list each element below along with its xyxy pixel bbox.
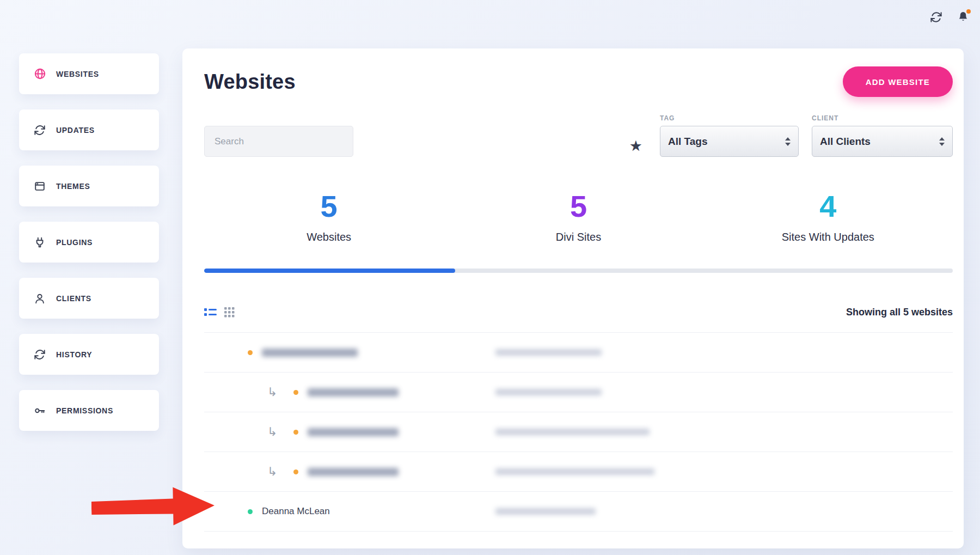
search-input[interactable] bbox=[204, 126, 353, 157]
site-name: Deanna McLean bbox=[262, 506, 330, 517]
annotation-arrow bbox=[91, 485, 217, 530]
add-website-button[interactable]: ADD WEBSITE bbox=[843, 66, 953, 97]
client-filter-label: CLIENT bbox=[812, 114, 953, 122]
list-view-icon bbox=[204, 308, 217, 317]
grid-view-toggle[interactable] bbox=[224, 307, 235, 318]
sidebar-item-label: PLUGINS bbox=[56, 238, 93, 247]
status-dot bbox=[248, 350, 253, 355]
stat-value: 5 bbox=[454, 191, 703, 222]
client-filter-value: All Clients bbox=[820, 136, 871, 148]
tag-filter-select[interactable]: All Tags bbox=[660, 126, 799, 157]
status-dot bbox=[248, 509, 253, 514]
tag-filter-label: TAG bbox=[660, 114, 799, 122]
client-filter-select[interactable]: All Clients bbox=[812, 126, 953, 157]
stats-row: 5 Websites 5 Divi Sites 4 Sites With Upd… bbox=[204, 191, 953, 243]
refresh-icon bbox=[33, 124, 46, 137]
sidebar-item-label: THEMES bbox=[56, 182, 90, 191]
favorites-star-icon[interactable]: ★ bbox=[629, 139, 642, 154]
key-icon bbox=[33, 404, 46, 417]
select-arrows-icon bbox=[785, 137, 791, 146]
website-row-child[interactable]: ↳ bbox=[204, 412, 953, 452]
sidebar-item-clients[interactable]: CLIENTS bbox=[19, 278, 159, 319]
sidebar-item-themes[interactable]: THEMES bbox=[19, 166, 159, 206]
website-row[interactable] bbox=[204, 333, 953, 373]
history-icon bbox=[33, 348, 46, 361]
sidebar-item-permissions[interactable]: PERMISSIONS bbox=[19, 390, 159, 431]
sidebar: WEBSITES UPDATES THEMES bbox=[19, 53, 159, 446]
view-toggles bbox=[204, 307, 235, 318]
redacted-site-url bbox=[495, 508, 596, 515]
globe-icon bbox=[33, 68, 46, 81]
redacted-site-name bbox=[308, 428, 399, 436]
person-icon bbox=[33, 292, 46, 305]
subsite-arrow-icon: ↳ bbox=[265, 425, 279, 439]
sidebar-item-label: UPDATES bbox=[56, 126, 95, 135]
redacted-site-url bbox=[495, 389, 602, 395]
redacted-site-name bbox=[262, 349, 358, 357]
tag-filter-group: TAG All Tags bbox=[660, 114, 799, 157]
redacted-site-name bbox=[308, 388, 399, 397]
redacted-site-url bbox=[495, 468, 654, 475]
notifications-button[interactable] bbox=[956, 10, 970, 24]
website-row-deanna-mclean[interactable]: Deanna McLean bbox=[204, 492, 953, 532]
stat-value: 4 bbox=[703, 191, 953, 222]
main-header: Websites ADD WEBSITE bbox=[204, 66, 953, 97]
stat-divi-sites: 5 Divi Sites bbox=[454, 191, 703, 243]
topbar bbox=[929, 10, 970, 24]
tag-filter-value: All Tags bbox=[668, 136, 708, 148]
progress-fill bbox=[204, 269, 455, 273]
sidebar-item-websites[interactable]: WEBSITES bbox=[19, 53, 159, 94]
sidebar-item-label: WEBSITES bbox=[56, 70, 99, 78]
sidebar-item-history[interactable]: HISTORY bbox=[19, 334, 159, 375]
stat-label: Sites With Updates bbox=[703, 231, 953, 243]
website-row-child[interactable]: ↳ bbox=[204, 373, 953, 412]
subsite-arrow-icon: ↳ bbox=[265, 465, 279, 479]
progress-bar bbox=[204, 269, 953, 273]
sidebar-item-label: CLIENTS bbox=[56, 294, 91, 303]
plug-icon bbox=[33, 236, 46, 249]
redacted-site-url bbox=[495, 429, 650, 435]
grid-view-icon bbox=[224, 307, 235, 318]
websites-list: ↳ ↳ ↳ Deanna McLean bbox=[204, 332, 953, 532]
stat-sites-with-updates: 4 Sites With Updates bbox=[703, 191, 953, 243]
stat-value: 5 bbox=[204, 191, 454, 222]
client-filter-group: CLIENT All Clients bbox=[812, 114, 953, 157]
status-dot bbox=[293, 469, 298, 474]
stat-websites: 5 Websites bbox=[204, 191, 454, 243]
showing-count-text: Showing all 5 websites bbox=[846, 307, 953, 318]
redacted-site-url bbox=[495, 349, 602, 356]
sidebar-item-label: PERMISSIONS bbox=[56, 406, 113, 415]
stat-label: Websites bbox=[204, 231, 454, 243]
notification-dot bbox=[966, 9, 971, 14]
sidebar-item-label: HISTORY bbox=[56, 350, 92, 359]
stat-label: Divi Sites bbox=[454, 231, 703, 243]
annotation-arrow-shape bbox=[91, 486, 215, 527]
refresh-icon bbox=[930, 11, 942, 23]
redacted-site-name bbox=[308, 468, 399, 476]
sidebar-item-updates[interactable]: UPDATES bbox=[19, 109, 159, 150]
status-dot bbox=[293, 430, 298, 435]
main-panel: Websites ADD WEBSITE ★ TAG All Tags CLIE… bbox=[182, 48, 964, 548]
filters-row: ★ TAG All Tags CLIENT All Clients bbox=[204, 114, 953, 157]
browser-icon bbox=[33, 180, 46, 193]
list-header: Showing all 5 websites bbox=[204, 307, 953, 318]
refresh-button[interactable] bbox=[929, 10, 943, 24]
website-row-child[interactable]: ↳ bbox=[204, 452, 953, 492]
select-arrows-icon bbox=[939, 137, 945, 146]
status-dot bbox=[293, 390, 298, 395]
page-title: Websites bbox=[204, 70, 296, 94]
sidebar-item-plugins[interactable]: PLUGINS bbox=[19, 222, 159, 263]
subsite-arrow-icon: ↳ bbox=[265, 385, 279, 399]
list-view-toggle[interactable] bbox=[204, 308, 217, 317]
